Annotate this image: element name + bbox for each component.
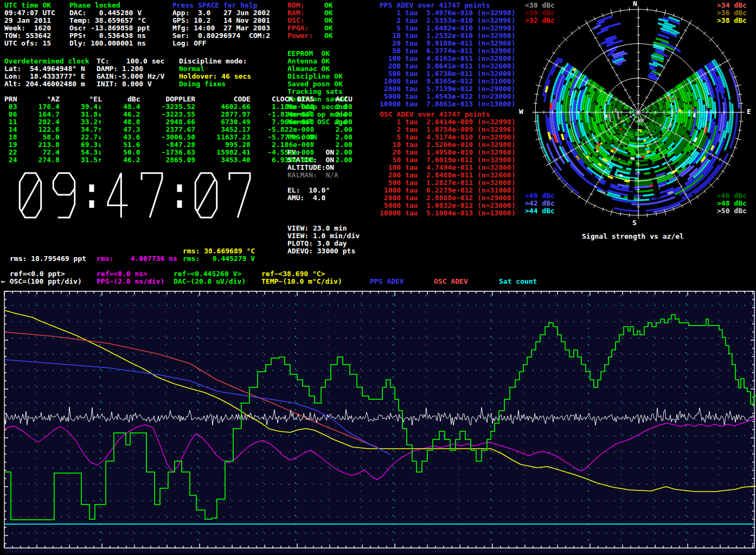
adev-table-row: 5000 tau 1.0832e-012 (n=23000) (380, 202, 515, 209)
adev-table-row: 200 tau 3.0641e-011 (n=32600) (380, 62, 515, 70)
position-line: Lat: 54.4964948° N (4, 65, 85, 73)
adev-table-row: 5000 tau 1.4543e-012 (n=23000) (380, 93, 515, 100)
adev-table-row: 20 tau 9.9108e-011 (n=32960) (380, 40, 515, 47)
rms-pps: rms: 4.007736 ns (97, 255, 177, 263)
sat-table-row: 14 122.6 34.7↑ 47.3 2377.67 3452.17 -5.8… (4, 126, 353, 133)
time-status-line: TOW: 553642 (4, 32, 51, 40)
adev-table-row: 1 tau 2.0414e-009 (n=32998) (380, 118, 515, 126)
view-line: VIEW: 23.0 min (287, 225, 347, 232)
signal-strength-polar-map (521, 0, 756, 231)
adev-table-row: 5 tau 1.6482e-010 (n=32990) (380, 24, 515, 32)
loop-param-line: INIT: 0.000 V (97, 80, 152, 88)
legend-sat-count: Sat count (499, 278, 537, 285)
adev-table-row: 50 tau 7.6019e-011 (n=32900) (380, 156, 515, 164)
health-line: Saved posn OK (287, 80, 343, 88)
adev-table-row: 2000 tau 2.8868e-012 (n=29000) (380, 194, 515, 202)
filter-line: KALMAN: N/A (287, 171, 338, 179)
sat-table-row: 06 164.7 31.8↓ 46.2 -3223.55 2877.97 -1.… (4, 111, 353, 118)
holdover-status: Holdover: 46 secs (179, 73, 251, 80)
ref-dac: ref~<0.445260 V> (174, 270, 241, 278)
version-line: GPS: 10.2 14 Nov 2001 (172, 17, 270, 24)
filter-line: ALTITUDE:ON (287, 164, 334, 171)
adev-table-row: 100 tau 4.6161e-011 (n=32800) (380, 55, 515, 62)
position-line: Lon: 18.4333777° E (4, 73, 85, 80)
selftest-value: OK (324, 32, 333, 40)
ref-pps: ref=<0.0 ns> (97, 270, 148, 278)
adev-table-row: 2000 tau 5.7139e-012 (n=29000) (380, 85, 515, 93)
version-line: App: 3.0 27 Jun 2002 (172, 9, 270, 17)
adev-table-row: 200 tau 2.8488e-011 (n=32600) (380, 171, 515, 179)
view-line: PLOTQ: 3.0 day (287, 240, 347, 247)
rms-dac: rms: 0.445279 V (183, 255, 255, 263)
adev-table-row: 10000 tau 5.1004e-013 (n=13000) (380, 209, 515, 217)
adev-table-row: 2 tau 1.0754e-009 (n=32996) (380, 126, 515, 133)
time-status-line: 29 Jan 2011 (4, 17, 51, 24)
selftest-label: OSC: (287, 17, 304, 24)
time-status-line: 09:47:07 UTC (4, 9, 55, 17)
position-line: Alt: 204.46002480 m (4, 80, 85, 88)
osc-status-line: Dly: 100.000001 ns (69, 40, 146, 47)
selftest-label: FPGA: (287, 24, 309, 32)
sat-table-header: PRN °AZ °EL dBc DOPPLER CODE CLOCK BIAS … (4, 95, 353, 103)
adev-table-row: 50 tau 6.3774e-011 (n=32900) (380, 47, 515, 55)
sat-table-row: 19 213.8 69.3↓ 51.6 -847.28 995.28 2.186… (4, 141, 353, 149)
view-line: ADEVQ: 33000 pts (287, 247, 355, 255)
ref-osc: ref=<0.0 ppt> (10, 270, 65, 278)
osc-status-header: Phase locked (69, 2, 120, 9)
scale-pps: PPS~(2.0 ns/div) (97, 278, 164, 285)
loop-param-line: DAMP: 1.200 (97, 65, 143, 73)
mask-line: AMU: 4.0 (287, 194, 325, 202)
adev-table-title: OSC ADEV over 41747 points (380, 111, 490, 118)
selftest-value: OK (324, 9, 333, 17)
view-line: VIEW: 1.0 min/div (287, 232, 360, 240)
selftest-label: ROM: (287, 2, 304, 9)
sat-table-row: 11 282.4 33.2↑ 48.8 2948.66 6730.49 7.96… (4, 118, 353, 126)
ref-temp: ref~<38.690 °C> (261, 270, 325, 278)
scale-dac: DAC~(20.0 uV/div) (174, 278, 246, 285)
osc-status-line: PPS↑ 0.536438 ns (69, 32, 146, 40)
selftest-value: OK (324, 2, 333, 9)
polar-caption: Signal strength vs az/el (582, 233, 684, 240)
lady-heather-screen: UTC time OK Phase locked Press SPACE for… (0, 0, 756, 555)
loop-param-line: TC: 100.0 sec (97, 58, 164, 65)
big-digital-clock (13, 170, 262, 221)
adev-table-row: 1000 tau 6.2279e-012 (n=31000) (380, 187, 515, 194)
sat-table-row: 18 58.0 22.7↓ 43.6 -3006.50 11637.23 -5.… (4, 133, 353, 141)
adev-table-row: 10 tau 1.2532e-010 (n=32980) (380, 32, 515, 40)
osc-status-line: Osc↑ -13.869858 ppt (69, 24, 150, 32)
version-line: Mfg: 14:00 27 Mar 2003 (172, 24, 270, 32)
adev-table-row: 1 tau 3.4976e-010 (n=32998) (380, 9, 515, 17)
health-line: EEPROM OK (287, 50, 330, 58)
doing-fixes-status: Doing fixes (179, 80, 226, 88)
time-status-header: UTC time OK (4, 2, 51, 9)
health-line: Tracking sats (287, 88, 343, 95)
history-plot[interactable] (0, 289, 756, 555)
mask-line: EL: 10.0° (287, 187, 330, 194)
rms-temp: rms: 38.669689 °C (183, 247, 255, 255)
selftest-label: RAM: (287, 9, 304, 17)
version-line: Ser: 0.80296974 COM:2 (172, 32, 270, 40)
adev-table-row: 20 tau 1.4950e-010 (n=32960) (380, 149, 515, 156)
selftest-value: OK (324, 17, 333, 24)
selftest-label: Power: (287, 32, 313, 40)
adev-table-row: 2 tau 2.5353e-010 (n=32996) (380, 17, 515, 24)
adev-table-row: 500 tau 1.6730e-011 (n=32000) (380, 70, 515, 78)
scale-osc: ← OSC=(100 ppt/div) (1, 278, 82, 285)
adev-table-row: 1000 tau 9.8365e-012 (n=31000) (380, 78, 515, 85)
sat-table-row: 03 176.4 39.4↓ 48.4 -3235.52 4602.66 1.1… (4, 103, 353, 111)
health-line: Discipline OK (287, 73, 343, 80)
time-status-line: Week: 1620 (4, 24, 51, 32)
loop-param-line: GAIN:-5.000 Hz/V (97, 73, 164, 80)
osc-status-line: Temp: 38.659657 °C (69, 17, 146, 24)
adev-table-row: 10000 tau 7.8861e-013 (n=13000) (380, 100, 515, 108)
adev-table-title: PPS ADEV over 41747 points (380, 2, 490, 9)
discipline-mode-label: Discipline mode: (179, 58, 247, 65)
sat-table-row: 22 72.4 54.3↓ 50.0 -1736.63 15982.41 -4.… (4, 149, 353, 156)
adev-table-row: 10 tau 2.5266e-010 (n=32980) (380, 141, 515, 149)
rms-osc: rms: 18.795469 ppt (10, 255, 86, 263)
sat-table-row: 24 274.8 31.5↑ 46.2 2865.09 3453.40 6.93… (4, 156, 353, 164)
selftest-value: OK (324, 24, 333, 32)
osc-status-line: DAC: 0.445280 V (69, 9, 142, 17)
adev-table-row: 500 tau 1.2827e-011 (n=32000) (380, 179, 515, 187)
adev-table-row: 100 tau 4.7494e-011 (n=32800) (380, 164, 515, 171)
